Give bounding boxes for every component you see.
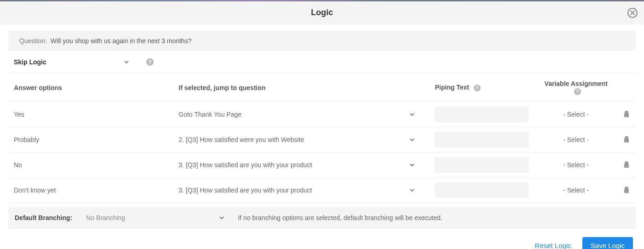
col-header-answer: Answer options	[8, 74, 173, 102]
col-header-variable: Variable Assignment ?	[535, 74, 617, 102]
logic-type-selected: Skip Logic	[14, 58, 46, 66]
variable-assignment-dropdown[interactable]: - Select -	[540, 161, 612, 169]
help-icon[interactable]: ?	[474, 85, 481, 91]
table-row: Don't know yet 3. [Q3] How satisfied are…	[8, 178, 636, 203]
caret-down-icon	[410, 138, 414, 141]
logic-modal: Logic Question: Will you shop with us ag…	[0, 1, 644, 249]
caret-down-icon	[410, 113, 414, 116]
lock-icon	[623, 110, 630, 118]
modal-title: Logic	[311, 8, 333, 17]
help-icon[interactable]: ?	[574, 88, 581, 95]
default-branching-selected: No Branching	[86, 214, 125, 221]
answer-option: No	[8, 153, 173, 178]
jump-to-dropdown[interactable]: 2. [Q3] How satisfied were you with Webs…	[178, 136, 424, 143]
table-header-row: Answer options If selected, jump to ques…	[8, 74, 636, 102]
question-bar: Question: Will you shop with us again in…	[8, 31, 636, 51]
default-branching-bar: Default Branching: No Branching If no br…	[8, 207, 636, 229]
help-icon[interactable]: ?	[146, 58, 154, 66]
caret-down-icon	[219, 216, 224, 219]
answer-option: Probably	[8, 127, 173, 153]
modal-actions: Reset Logic Save Logic	[8, 229, 636, 249]
table-row: Yes Goto Thank You Page - Select -	[8, 102, 636, 127]
logic-type-dropdown[interactable]: Skip Logic	[14, 58, 129, 66]
jump-to-dropdown[interactable]: 3. [Q3] How satisfied are you with your …	[178, 187, 424, 194]
lock-icon	[623, 161, 630, 168]
col-header-jump: If selected, jump to question	[173, 74, 429, 102]
question-text: Will you shop with us again in the next …	[51, 37, 192, 45]
table-row: No 3. [Q3] How satisfied are you with yo…	[8, 153, 636, 178]
lock-icon	[623, 186, 630, 193]
caret-down-icon	[410, 164, 414, 166]
variable-assignment-dropdown[interactable]: - Select -	[540, 187, 612, 194]
piping-text-input[interactable]	[435, 157, 529, 173]
caret-down-icon	[124, 61, 129, 63]
modal-header: Logic	[0, 1, 644, 24]
jump-to-dropdown[interactable]: Goto Thank You Page	[178, 111, 424, 118]
answer-option: Don't know yet	[8, 178, 173, 203]
jump-to-selected: 2. [Q3] How satisfied were you with Webs…	[178, 136, 304, 143]
col-header-piping: Piping Text ?	[429, 74, 535, 102]
default-branching-hint: If no branching options are selected, de…	[238, 214, 442, 221]
piping-text-input[interactable]	[435, 132, 529, 147]
col-header-lock	[617, 74, 636, 102]
close-button[interactable]	[627, 8, 638, 18]
question-label: Question:	[19, 37, 47, 45]
jump-to-selected: Goto Thank You Page	[178, 111, 242, 118]
reset-logic-button[interactable]: Reset Logic	[532, 237, 574, 249]
jump-to-dropdown[interactable]: 3. [Q3] How satisfied are you with your …	[178, 161, 424, 169]
jump-to-selected: 3. [Q3] How satisfied are you with your …	[178, 187, 312, 194]
lock-icon	[623, 136, 630, 143]
default-branching-label: Default Branching:	[15, 214, 72, 221]
default-branching-dropdown[interactable]: No Branching	[86, 214, 224, 221]
jump-to-selected: 3. [Q3] How satisfied are you with your …	[178, 161, 312, 169]
logic-table: Answer options If selected, jump to ques…	[8, 73, 636, 203]
variable-assignment-dropdown[interactable]: - Select -	[540, 136, 612, 143]
logic-type-row: Skip Logic ?	[8, 51, 636, 73]
col-header-variable-label: Variable Assignment	[545, 80, 608, 87]
modal-content: Question: Will you shop with us again in…	[0, 31, 644, 249]
save-logic-button[interactable]: Save Logic	[582, 237, 633, 249]
piping-text-input[interactable]	[435, 182, 529, 198]
caret-down-icon	[410, 189, 414, 192]
col-header-piping-label: Piping Text	[435, 84, 469, 91]
close-icon	[630, 11, 635, 15]
answer-option: Yes	[8, 102, 173, 127]
table-row: Probably 2. [Q3] How satisfied were you …	[8, 127, 636, 153]
variable-assignment-dropdown[interactable]: - Select -	[540, 111, 612, 118]
piping-text-input[interactable]	[435, 107, 529, 122]
